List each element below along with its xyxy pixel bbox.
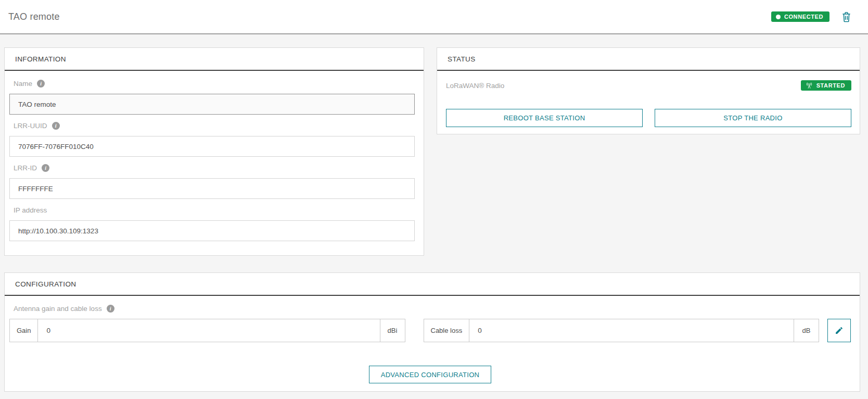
information-panel-title: INFORMATION [5,48,424,71]
advanced-configuration-button[interactable]: ADVANCED CONFIGURATION [369,366,492,383]
lrr-uuid-field: LRR-UUID i [9,122,415,157]
lrr-uuid-field-label: LRR-UUID [14,122,47,130]
name-field-label: Name [14,80,32,88]
information-panel: INFORMATION Name i LRR-UUID i [4,47,424,256]
ip-address-input [9,220,415,241]
name-field: Name i [9,80,415,115]
stop-the-radio-button[interactable]: STOP THE RADIO [655,109,851,127]
lrr-id-field-label: LRR-ID [14,164,37,172]
lrr-id-field: LRR-ID i [9,164,415,199]
page-header: TAO remote CONNECTED [0,0,868,33]
connection-status-badge: CONNECTED [771,11,829,22]
radio-state-label: STARTED [816,82,845,89]
configuration-panel-title: CONFIGURATION [5,273,860,296]
page-body: INFORMATION Name i LRR-UUID i [0,34,868,399]
pencil-icon [835,326,844,335]
info-icon: i [37,80,45,88]
gain-input [38,319,379,342]
info-icon: i [107,305,114,313]
cable-loss-input [469,319,794,342]
lorawan-radio-label: LoRaWAN® Radio [446,82,504,90]
page-title: TAO remote [8,11,771,22]
gain-unit-label: dBi [380,319,405,342]
antenna-icon [806,82,813,89]
status-panel: STATUS LoRaWAN® Radio STAR [437,47,860,134]
reboot-base-station-button[interactable]: REBOOT BASE STATION [446,109,643,127]
edit-antenna-settings-button[interactable] [827,319,851,342]
connection-status-label: CONNECTED [784,14,823,20]
radio-state-badge: STARTED [801,80,851,91]
ip-address-field: IP address [9,206,415,241]
gain-field-group: Gain dBi [9,319,405,342]
info-icon: i [42,164,49,172]
lrr-id-input [9,178,415,199]
antenna-gain-cable-loss-label: Antenna gain and cable loss [14,305,102,313]
name-input[interactable] [9,94,415,115]
cable-loss-field-group: Cable loss dB [424,319,820,342]
lrr-uuid-input [9,136,415,157]
trash-icon [841,11,851,22]
ip-address-field-label: IP address [14,206,47,214]
configuration-panel: CONFIGURATION Antenna gain and cable los… [4,272,860,392]
cable-loss-label: Cable loss [424,319,470,342]
dot-icon [776,15,781,19]
gain-label: Gain [10,319,38,342]
cable-loss-unit-label: dB [794,319,819,342]
status-panel-title: STATUS [437,48,860,71]
info-icon: i [52,122,60,130]
delete-base-station-button[interactable] [840,10,852,23]
